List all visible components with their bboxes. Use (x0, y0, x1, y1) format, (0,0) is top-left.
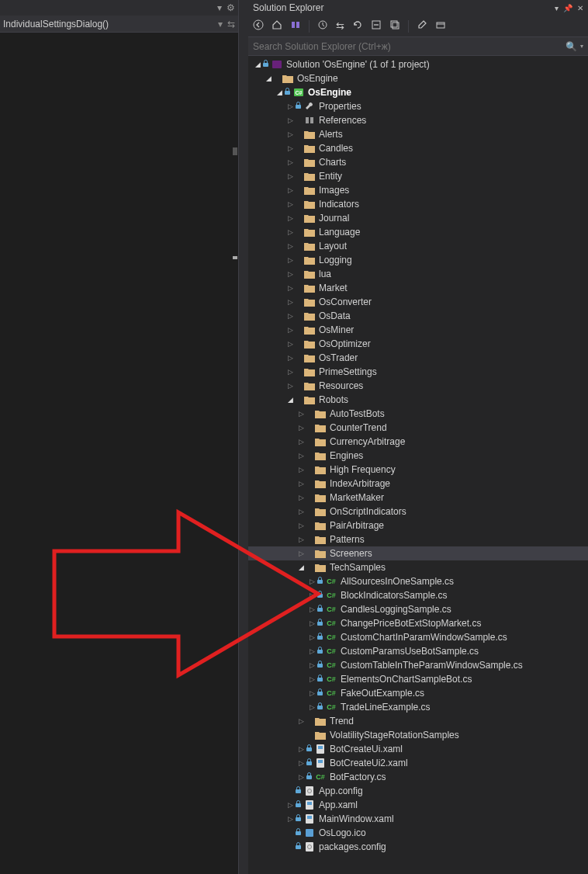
dropdown-icon[interactable]: ▾ (218, 19, 223, 29)
expand-icon[interactable]: ▷ (285, 326, 295, 334)
sync-icon[interactable]: ⇆ (227, 19, 235, 29)
tree-item[interactable]: ◢TechSamples (248, 560, 588, 574)
tree-item[interactable]: ▷Entity (248, 169, 588, 183)
expand-icon[interactable]: ▷ (307, 661, 316, 669)
tree-item[interactable]: ▷References (248, 113, 588, 127)
navigation-bar[interactable]: IndividualSettingsDialog() ▾ ⇆ (0, 16, 238, 33)
split-handle[interactable] (233, 147, 237, 155)
tree-item[interactable]: ▷PrimeSettings (248, 365, 588, 379)
tree-item[interactable]: ▷C#ChangePriceBotExtStopMarket.cs (248, 616, 588, 630)
tree-item[interactable]: ▷BotCreateUi.xaml (248, 742, 588, 756)
tree-item[interactable]: ▷App.xaml (248, 798, 588, 812)
expand-icon[interactable]: ▷ (307, 633, 316, 641)
expand-icon[interactable]: ▷ (296, 452, 306, 460)
tree-item[interactable]: ▷C#TradeLineExample.cs (248, 700, 588, 714)
tree-item[interactable]: ▷C#CandlesLoggingSample.cs (248, 602, 588, 616)
expand-icon[interactable]: ▷ (285, 815, 295, 823)
show-all-files-icon[interactable] (389, 19, 400, 33)
switch-views-icon[interactable] (290, 19, 301, 33)
tree-item[interactable]: ◢C#OsEngine (248, 85, 588, 99)
properties-icon[interactable] (417, 19, 427, 33)
tree-item[interactable]: ▷C#CustomParamsUseBotSample.cs (248, 644, 588, 658)
expand-icon[interactable]: ▷ (285, 284, 295, 292)
expand-icon[interactable]: ▷ (285, 312, 295, 320)
expand-icon[interactable]: ▷ (296, 424, 306, 432)
tree-item[interactable]: ▷OsData (248, 309, 588, 323)
refresh-icon[interactable] (352, 19, 363, 33)
collapse-icon[interactable]: ◢ (285, 396, 295, 404)
tree-item[interactable]: ▷Layout (248, 239, 588, 253)
expand-icon[interactable]: ▷ (285, 256, 295, 264)
close-icon[interactable]: ✕ (577, 4, 583, 12)
expand-icon[interactable]: ▷ (285, 172, 295, 180)
sync-icon[interactable]: ⇆ (336, 20, 344, 32)
tree-item[interactable]: ▷Screeners (248, 546, 588, 560)
back-icon[interactable] (253, 19, 264, 33)
expand-icon[interactable]: ▷ (296, 536, 306, 543)
expand-icon[interactable]: ▷ (285, 200, 295, 208)
tree-item[interactable]: ▷Journal (248, 211, 588, 225)
expand-icon[interactable]: ▷ (307, 675, 316, 683)
pane-separator[interactable] (239, 0, 248, 874)
pin-icon[interactable]: 📌 (563, 4, 572, 12)
tree-item[interactable]: ▷Indicators (248, 197, 588, 211)
expand-icon[interactable]: ▷ (296, 550, 306, 557)
expand-icon[interactable]: ▷ (285, 144, 295, 152)
expand-icon[interactable]: ▷ (307, 689, 316, 697)
expand-icon[interactable]: ▷ (296, 717, 306, 725)
collapse-icon[interactable]: ◢ (275, 88, 284, 96)
split-handle[interactable] (233, 256, 237, 259)
solution-tree[interactable]: ◢Solution 'OsEngine' (1 of 1 project)◢Os… (248, 56, 588, 874)
expand-icon[interactable]: ▷ (296, 773, 306, 781)
expand-icon[interactable]: ▷ (296, 745, 306, 753)
tree-item[interactable]: ▷Market (248, 281, 588, 295)
tree-item[interactable]: ▷Trend (248, 714, 588, 728)
expand-icon[interactable]: ▷ (307, 703, 316, 711)
expand-icon[interactable]: ▷ (285, 382, 295, 390)
tree-item[interactable]: ▷C#AllSourcesInOneSample.cs (248, 574, 588, 588)
tree-item[interactable]: ▷CurrencyArbitrage (248, 435, 588, 449)
expand-icon[interactable]: ▷ (296, 494, 306, 501)
expand-icon[interactable]: ▷ (285, 158, 295, 166)
tree-item[interactable]: ▷Resources (248, 379, 588, 393)
expand-icon[interactable]: ▷ (307, 577, 316, 585)
expand-icon[interactable]: ▷ (285, 242, 295, 250)
tree-item[interactable]: ◢Solution 'OsEngine' (1 of 1 project) (248, 57, 588, 71)
tree-item[interactable]: ▷OnScriptIndicators (248, 505, 588, 519)
tree-item[interactable]: ▷Engines (248, 449, 588, 463)
tree-item[interactable]: ▷MainWindow.xaml (248, 812, 588, 826)
expand-icon[interactable]: ▷ (285, 102, 295, 110)
expand-icon[interactable]: ▷ (285, 340, 295, 348)
tree-item[interactable]: ▷PairArbitrage (248, 519, 588, 532)
tree-item[interactable]: packages.config (248, 840, 588, 854)
tree-item[interactable]: ▷Candles (248, 141, 588, 155)
expand-icon[interactable]: ▷ (285, 130, 295, 138)
tree-item[interactable]: ▷OsMiner (248, 323, 588, 337)
tree-item[interactable]: ▷AutoTestBots (248, 407, 588, 421)
tree-item[interactable]: ▷lua (248, 267, 588, 281)
expand-icon[interactable]: ▷ (285, 186, 295, 194)
tree-item[interactable]: ▷Language (248, 225, 588, 239)
expand-icon[interactable]: ▷ (307, 619, 316, 627)
tree-item[interactable]: ▷Properties (248, 99, 588, 113)
search-icon[interactable]: 🔍 (566, 41, 577, 52)
preview-icon[interactable] (435, 19, 446, 33)
collapse-icon[interactable]: ◢ (253, 61, 262, 68)
tree-item[interactable]: ▷IndexArbitrage (248, 477, 588, 491)
expand-icon[interactable]: ▷ (296, 522, 306, 529)
dropdown-icon[interactable]: ▾ (217, 2, 222, 13)
search-box[interactable]: 🔍 ▾ (248, 37, 588, 56)
expand-icon[interactable]: ▷ (296, 759, 306, 767)
expand-icon[interactable]: ▷ (285, 801, 295, 809)
expand-icon[interactable]: ▷ (285, 270, 295, 278)
tree-item[interactable]: ▷Patterns (248, 532, 588, 546)
tree-item[interactable]: VolatilityStageRotationSamples (248, 728, 588, 742)
tree-item[interactable]: ◢OsEngine (248, 71, 588, 85)
tree-item[interactable]: ▷Images (248, 183, 588, 197)
expand-icon[interactable]: ▷ (285, 298, 295, 306)
expand-icon[interactable]: ▷ (285, 354, 295, 362)
tree-item[interactable]: ▷Charts (248, 155, 588, 169)
tree-item[interactable]: ◢Robots (248, 393, 588, 407)
collapse-all-icon[interactable] (371, 19, 382, 33)
expand-icon[interactable]: ▷ (307, 605, 316, 613)
